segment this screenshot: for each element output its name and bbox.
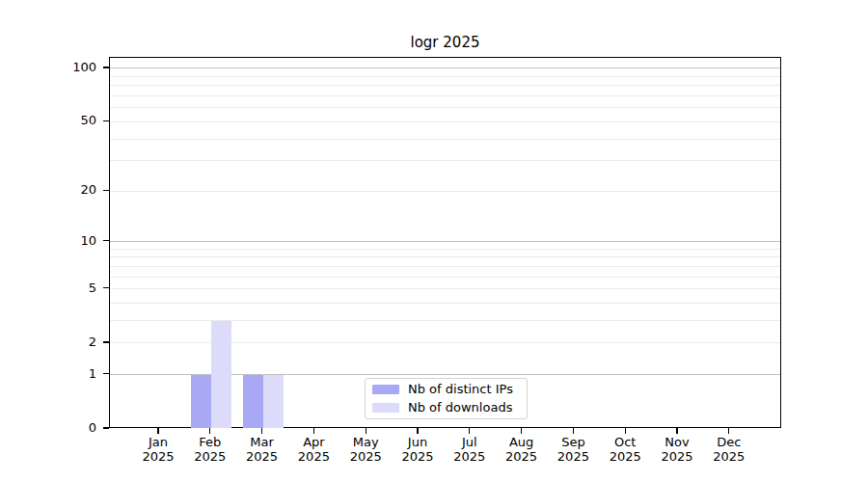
legend-swatch-distinct-ips bbox=[372, 385, 399, 394]
x-tick-mark bbox=[625, 428, 626, 434]
gridline-minor bbox=[110, 107, 780, 108]
y-tick-label-10: 10 bbox=[39, 233, 96, 249]
gridline-minor bbox=[110, 121, 780, 122]
y-tick-mark bbox=[103, 287, 109, 288]
x-tick-mark bbox=[728, 428, 729, 434]
gridline-minor bbox=[110, 139, 780, 140]
bar-distinct-ips-mar bbox=[243, 375, 263, 428]
figure: logr 2025 0125102050100 Jan2025Feb2025Ma… bbox=[0, 0, 868, 482]
y-tick-mark bbox=[103, 373, 109, 374]
x-tick-mark bbox=[469, 428, 470, 434]
legend-label-downloads: Nb of downloads bbox=[408, 401, 512, 415]
y-tick-mark bbox=[103, 190, 109, 191]
x-tick-mark bbox=[366, 428, 366, 434]
gridline-minor bbox=[110, 160, 780, 161]
gridline-minor bbox=[110, 256, 780, 257]
gridline-minor bbox=[110, 249, 780, 250]
x-tick-mark bbox=[209, 428, 210, 434]
x-tick-mark bbox=[313, 428, 314, 434]
gridline-minor bbox=[110, 76, 780, 77]
y-tick-label-50: 50 bbox=[39, 113, 96, 128]
y-tick-mark bbox=[103, 427, 109, 428]
x-tick-mark bbox=[521, 428, 522, 434]
gridline-minor bbox=[110, 191, 780, 192]
bar-downloads-mar bbox=[263, 375, 284, 428]
x-tick-mark bbox=[573, 428, 574, 434]
gridline-minor bbox=[110, 266, 780, 267]
y-tick-mark bbox=[103, 67, 109, 67]
x-tick-month: Dec bbox=[698, 435, 760, 449]
gridline-minor bbox=[110, 303, 780, 304]
gridline-minor bbox=[110, 288, 780, 289]
plot-area bbox=[109, 57, 781, 428]
y-tick-label-1: 1 bbox=[39, 366, 96, 382]
bar-downloads-feb bbox=[211, 321, 231, 428]
y-tick-label-0: 0 bbox=[39, 420, 96, 436]
x-tick-mark bbox=[261, 428, 262, 434]
gridline-minor bbox=[110, 85, 780, 86]
chart-title: logr 2025 bbox=[109, 34, 781, 51]
legend: Nb of distinct IPs Nb of downloads bbox=[365, 378, 528, 419]
y-tick-label-20: 20 bbox=[39, 182, 96, 198]
legend-swatch-downloads bbox=[372, 403, 399, 413]
legend-item-distinct-ips: Nb of distinct IPs bbox=[372, 383, 519, 396]
gridline-major bbox=[110, 241, 780, 242]
y-tick-mark bbox=[103, 120, 109, 121]
x-tick-year: 2025 bbox=[698, 449, 760, 464]
x-tick-mark bbox=[676, 428, 677, 434]
x-tick-label-dec: Dec2025 bbox=[698, 435, 760, 464]
bar-distinct-ips-feb bbox=[191, 375, 211, 428]
y-tick-label-5: 5 bbox=[39, 281, 96, 296]
gridline-minor bbox=[110, 95, 780, 96]
y-tick-mark bbox=[103, 240, 109, 241]
y-tick-label-100: 100 bbox=[39, 60, 96, 75]
y-tick-mark bbox=[103, 341, 109, 342]
gridline-major bbox=[110, 67, 780, 68]
legend-label-distinct-ips: Nb of distinct IPs bbox=[408, 383, 513, 396]
x-tick-mark bbox=[417, 428, 418, 434]
y-tick-label-2: 2 bbox=[39, 335, 96, 350]
legend-item-downloads: Nb of downloads bbox=[372, 401, 519, 415]
gridline-minor bbox=[110, 277, 780, 278]
x-tick-mark bbox=[157, 428, 158, 434]
